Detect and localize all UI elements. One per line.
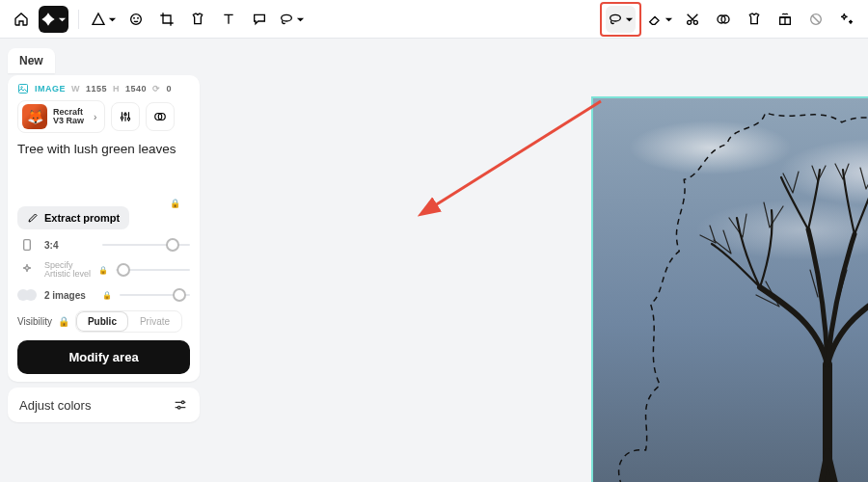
svg-point-14 (124, 114, 126, 116)
svg-point-2 (138, 17, 139, 18)
image-meta-row: IMAGE W 1155 H 1540 ⟳ 0 (17, 83, 190, 94)
image-label: IMAGE (35, 84, 66, 94)
chevron-right-icon: › (90, 112, 100, 122)
chevron-down-icon (58, 11, 67, 28)
svg-point-0 (131, 13, 142, 24)
lock-icon: 🔒 (102, 291, 112, 300)
lock-icon: 🔒 (170, 199, 180, 208)
svg-rect-18 (24, 240, 31, 251)
modify-area-button[interactable]: Modify area (17, 340, 190, 374)
aspect-slider-row[interactable]: 3:4 (17, 235, 190, 254)
aspect-slider[interactable] (102, 244, 190, 246)
svg-point-12 (21, 87, 23, 89)
visibility-public[interactable]: Public (76, 311, 128, 332)
lock-icon: 🔒 (58, 316, 69, 327)
mockup-tool-icon[interactable] (741, 6, 768, 33)
side-panel: New IMAGE W 1155 H 1540 ⟳ 0 🦊 Re (0, 39, 207, 482)
chevron-down-icon (625, 11, 634, 28)
style-button[interactable] (146, 102, 175, 131)
crop-tool-icon[interactable] (153, 6, 180, 33)
mask-tool-icon[interactable] (710, 6, 737, 33)
lasso-tool-button[interactable] (606, 6, 636, 33)
visibility-label: Visibility (17, 316, 52, 327)
ai-tool-button[interactable] (39, 6, 68, 33)
disabled-tool-icon (802, 6, 829, 33)
magic-tool-icon[interactable] (833, 6, 860, 33)
model-selector[interactable]: 🦊 Recraft V3 Raw › (17, 100, 105, 133)
comment-tool-icon[interactable] (246, 6, 273, 33)
image-height: 1540 (125, 84, 147, 94)
home-icon[interactable] (8, 6, 35, 33)
lasso-selection (593, 98, 868, 482)
eraser-tool-icon[interactable] (645, 6, 675, 33)
tshirt-tool-icon[interactable] (184, 6, 211, 33)
image-rotation: 0 (167, 84, 173, 94)
gift-tool-icon[interactable] (772, 6, 799, 33)
top-toolbar (0, 0, 868, 39)
svg-point-15 (128, 118, 130, 120)
lasso-tool-left-icon[interactable] (277, 6, 307, 33)
adjust-colors-card[interactable]: Adjust colors (8, 388, 200, 422)
artistic-slider[interactable] (116, 269, 190, 271)
model-name-line2: V3 Raw (53, 117, 84, 125)
visibility-segment[interactable]: Public Private (75, 310, 182, 333)
svg-point-19 (181, 401, 184, 404)
artistic-slider-row[interactable]: Specify Artistic level 🔒 (17, 260, 190, 280)
adjust-colors-label: Adjust colors (19, 398, 91, 413)
text-tool-icon[interactable] (215, 6, 242, 33)
aspect-label: 3:4 (44, 240, 95, 251)
count-slider-row[interactable]: 2 images 🔒 (17, 285, 190, 305)
svg-point-20 (177, 406, 180, 409)
model-thumbnail: 🦊 (22, 104, 47, 129)
lasso-tool-highlight (600, 2, 641, 37)
generation-card: IMAGE W 1155 H 1540 ⟳ 0 🦊 Recraft V3 Raw (8, 75, 200, 382)
extract-prompt-button[interactable]: Extract prompt (17, 206, 129, 229)
prompt-input[interactable]: Tree with lush green leaves (17, 141, 190, 201)
face-tool-icon[interactable] (122, 6, 149, 33)
image-frame[interactable]: Generating... (591, 96, 868, 482)
chevron-down-icon (296, 11, 305, 28)
aspect-icon (17, 235, 37, 254)
image-width: 1155 (86, 84, 107, 94)
count-label: 2 images (44, 290, 95, 301)
pen-icon (27, 212, 39, 224)
chevron-down-icon (108, 11, 117, 28)
annotation-arrow (418, 92, 610, 227)
svg-rect-11 (19, 85, 28, 94)
count-icon (17, 285, 37, 305)
cut-tool-icon[interactable] (679, 6, 706, 33)
count-slider[interactable] (120, 294, 190, 296)
svg-point-1 (134, 17, 135, 18)
svg-point-13 (122, 117, 123, 119)
sparkle-icon (17, 260, 37, 280)
svg-point-4 (610, 14, 621, 21)
shape-tool-icon[interactable] (89, 6, 119, 33)
lock-icon: 🔒 (98, 266, 108, 275)
svg-line-21 (432, 101, 601, 207)
sliders-icon (173, 397, 188, 413)
svg-point-3 (282, 14, 292, 21)
image-icon (17, 83, 29, 94)
tab-new[interactable]: New (8, 48, 55, 73)
canvas-area[interactable]: Generating... (207, 39, 868, 482)
settings-sliders-button[interactable] (111, 102, 140, 131)
chevron-down-icon (665, 11, 673, 28)
visibility-private[interactable]: Private (128, 311, 181, 332)
